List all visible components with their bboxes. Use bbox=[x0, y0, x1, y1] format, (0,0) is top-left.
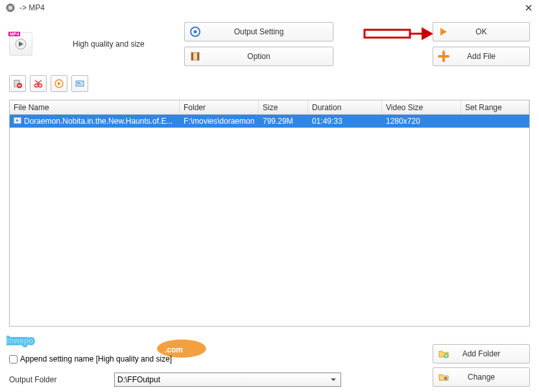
output-folder-select[interactable]: D:\FFOutput bbox=[114, 373, 341, 387]
change-label: Change bbox=[468, 373, 495, 382]
gear-icon bbox=[189, 25, 202, 38]
right-button-group: OK Add File bbox=[433, 22, 530, 66]
option-label: Option bbox=[247, 52, 270, 61]
video-file-icon bbox=[14, 115, 23, 128]
th-file-name[interactable]: File Name bbox=[10, 100, 180, 114]
output-setting-button[interactable]: Output Setting bbox=[184, 22, 333, 41]
quality-label: High quality and size bbox=[40, 40, 157, 49]
table-row[interactable]: Doraemon.Nobita.in.the.New.Haunts.of.E..… bbox=[10, 115, 529, 128]
add-folder-button[interactable]: Add Folder bbox=[433, 344, 530, 363]
output-folder-label: Output Folder bbox=[9, 375, 106, 384]
format-badge: MP4 bbox=[8, 32, 20, 36]
top-section: MP4 High quality and size Output Setting… bbox=[0, 16, 539, 73]
format-icon: MP4 bbox=[9, 32, 32, 56]
td-size: 799.29M bbox=[259, 115, 308, 128]
svg-text:.com: .com bbox=[165, 345, 183, 354]
small-toolbar bbox=[0, 73, 539, 95]
output-folder-value: D:\FFOutput bbox=[117, 375, 160, 384]
th-set-range[interactable]: Set Range bbox=[461, 100, 529, 114]
add-file-label: Add File bbox=[467, 52, 496, 61]
play-icon bbox=[54, 78, 64, 89]
folder-gear-icon bbox=[437, 371, 450, 384]
svg-rect-15 bbox=[77, 82, 80, 83]
bottom-right-buttons: Add Folder Change bbox=[433, 344, 530, 387]
details-button[interactable] bbox=[71, 75, 88, 92]
svg-text:inwepo: inwepo bbox=[6, 336, 33, 345]
svg-point-12 bbox=[39, 84, 42, 87]
svg-point-23 bbox=[444, 377, 448, 380]
svg-point-5 bbox=[194, 30, 197, 34]
append-setting-label: Append setting name [High quality and si… bbox=[20, 354, 172, 363]
plus-icon bbox=[437, 50, 450, 63]
td-video-size: 1280x720 bbox=[382, 115, 461, 128]
preview-button[interactable] bbox=[51, 75, 67, 92]
th-size[interactable]: Size bbox=[259, 100, 308, 114]
film-icon bbox=[189, 50, 202, 63]
titlebar: -> MP4 bbox=[0, 0, 539, 16]
add-file-button[interactable]: Add File bbox=[433, 47, 530, 66]
td-set-range bbox=[461, 115, 529, 128]
add-folder-label: Add Folder bbox=[462, 349, 501, 358]
ok-button[interactable]: OK bbox=[433, 22, 530, 41]
svg-point-1 bbox=[8, 6, 12, 10]
td-file-name: Doraemon.Nobita.in.the.New.Haunts.of.E..… bbox=[10, 115, 180, 128]
change-button[interactable]: Change bbox=[433, 367, 530, 387]
th-video-size[interactable]: Video Size bbox=[382, 100, 461, 114]
th-folder[interactable]: Folder bbox=[180, 100, 259, 114]
remove-one-icon bbox=[12, 78, 23, 89]
svg-text:inwepo: inwepo bbox=[6, 336, 33, 345]
file-table: File Name Folder Size Duration Video Siz… bbox=[9, 100, 530, 327]
center-button-group: Output Setting Option bbox=[184, 22, 333, 66]
td-duration: 01:49:33 bbox=[308, 115, 382, 128]
folder-plus-icon bbox=[437, 347, 450, 360]
window-title: -> MP4 bbox=[19, 3, 523, 12]
remove-all-button[interactable] bbox=[30, 75, 47, 92]
remove-one-button[interactable] bbox=[9, 75, 26, 92]
svg-rect-16 bbox=[77, 84, 81, 84]
svg-rect-7 bbox=[191, 52, 193, 60]
svg-point-11 bbox=[35, 84, 38, 87]
ok-label: OK bbox=[475, 27, 486, 36]
th-duration[interactable]: Duration bbox=[308, 100, 382, 114]
chevron-down-icon bbox=[329, 375, 338, 384]
option-button[interactable]: Option bbox=[184, 47, 333, 66]
scissors-icon bbox=[33, 78, 43, 89]
table-header: File Name Folder Size Duration Video Siz… bbox=[10, 100, 529, 115]
svg-rect-8 bbox=[197, 52, 199, 60]
info-card-icon bbox=[75, 78, 85, 89]
output-setting-label: Output Setting bbox=[234, 27, 284, 36]
td-folder: F:\movies\doraemon bbox=[180, 115, 259, 128]
app-icon bbox=[5, 3, 16, 13]
play-arrow-icon bbox=[437, 25, 450, 38]
append-setting-checkbox[interactable] bbox=[9, 355, 18, 363]
close-icon[interactable] bbox=[523, 3, 534, 13]
bottom-area: Append setting name [High quality and si… bbox=[9, 354, 530, 387]
